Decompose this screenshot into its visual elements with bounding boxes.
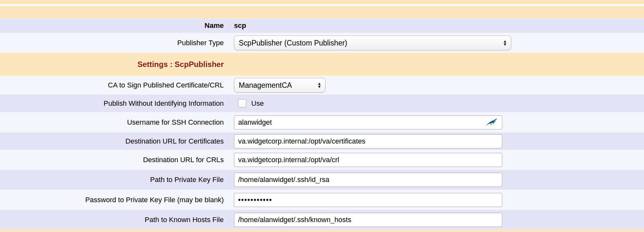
name-value: scp	[234, 21, 246, 30]
form-row-username: Username for SSH Connection	[0, 112, 644, 132]
cert-url-label: Destination URL for Certificates	[125, 137, 224, 146]
ca-select[interactable]: ManagementCA ▲▼	[234, 78, 326, 93]
password-input[interactable]	[234, 193, 502, 207]
cert-url-input[interactable]	[234, 134, 502, 148]
password-manager-autofill-icon[interactable]	[485, 118, 498, 127]
privkey-input[interactable]	[234, 173, 502, 187]
column-gap	[229, 76, 232, 95]
edit-publisher-form: Name scp Publisher Type ScpPublisher (Cu…	[0, 0, 644, 232]
form-row-ca: CA to Sign Published Certificate/CRL Man…	[0, 76, 644, 95]
ca-label: CA to Sign Published Certificate/CRL	[108, 81, 224, 90]
bottom-band-right	[232, 230, 644, 232]
password-label: Password to Private Key File (may be bla…	[85, 195, 224, 204]
select-up-down-arrows-icon: ▲▼	[503, 40, 507, 46]
bottom-band-left	[0, 230, 229, 232]
crl-url-input[interactable]	[234, 153, 502, 167]
select-up-down-arrows-icon: ▲▼	[317, 82, 321, 88]
username-label: Username for SSH Connection	[127, 118, 224, 127]
column-gap	[229, 112, 232, 132]
column-gap	[229, 33, 232, 53]
header-band-right	[232, 6, 644, 18]
known-hosts-label: Path to Known Hosts File	[145, 215, 224, 224]
form-row-anonymize: Publish Without Identifying Information …	[0, 95, 644, 112]
form-row-name: Name scp	[0, 18, 644, 33]
header-band	[0, 6, 644, 18]
column-gap	[229, 132, 232, 150]
form-row-cert-url: Destination URL for Certificates	[0, 132, 644, 150]
name-label: Name	[205, 21, 224, 30]
form-row-password: Password to Private Key File (may be bla…	[0, 190, 644, 210]
publisher-type-select[interactable]: ScpPublisher (Custom Publisher) ▲▼	[234, 36, 511, 50]
column-gap	[229, 170, 232, 190]
column-gap	[229, 95, 232, 112]
form-row-privkey: Path to Private Key File	[0, 170, 644, 190]
column-gap	[229, 190, 232, 210]
privkey-label: Path to Private Key File	[150, 175, 224, 184]
column-gap	[229, 230, 232, 232]
header-band-left	[0, 6, 229, 18]
known-hosts-input[interactable]	[234, 213, 502, 227]
settings-section-band: Settings : ScpPublisher	[0, 53, 644, 76]
form-row-known-hosts: Path to Known Hosts File	[0, 210, 644, 230]
anonymize-checkbox-label: Use	[251, 99, 264, 108]
crl-url-label: Destination URL for CRLs	[143, 155, 224, 164]
form-row-publisher-type: Publisher Type ScpPublisher (Custom Publ…	[0, 33, 644, 53]
anonymize-label: Publish Without Identifying Information	[104, 99, 224, 108]
bottom-band	[0, 230, 644, 232]
column-gap	[229, 6, 232, 18]
column-gap	[229, 18, 232, 33]
ca-selected-value: ManagementCA	[239, 81, 292, 90]
top-band	[0, 0, 644, 4]
top-band-right	[232, 0, 644, 4]
column-gap	[229, 0, 232, 4]
username-input[interactable]	[234, 115, 502, 129]
column-gap	[229, 210, 232, 230]
settings-band-right	[232, 53, 644, 76]
publisher-type-selected-value: ScpPublisher (Custom Publisher)	[239, 39, 347, 47]
column-gap	[229, 53, 232, 76]
publisher-type-label: Publisher Type	[177, 38, 224, 47]
top-band-left	[0, 0, 229, 4]
anonymize-checkbox[interactable]	[238, 99, 246, 108]
settings-section-title: Settings : ScpPublisher	[138, 60, 224, 69]
column-gap	[229, 150, 232, 170]
form-row-crl-url: Destination URL for CRLs	[0, 150, 644, 170]
